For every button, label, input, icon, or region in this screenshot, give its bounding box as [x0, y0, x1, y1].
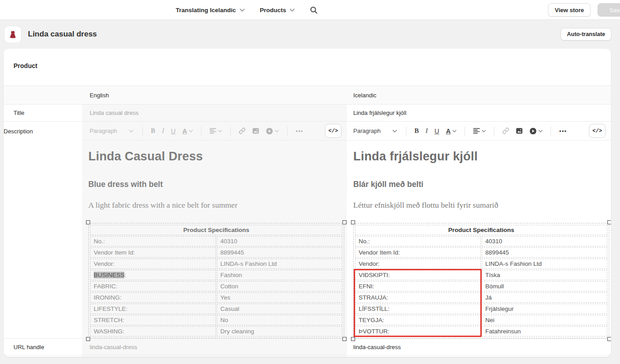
alignment-button[interactable] — [208, 127, 224, 135]
table-resize-handle[interactable] — [351, 337, 355, 341]
spec-label-cell: LIFESTYLE: — [90, 304, 216, 314]
table-resize-handle[interactable] — [342, 337, 346, 341]
spec-row: Vendor Item Id:8899445 — [355, 247, 607, 258]
spec-title-row: Product Specifications — [355, 225, 607, 235]
language-selector[interactable]: Translating Icelandic — [176, 7, 245, 14]
spec-label-cell[interactable]: EFNI: — [355, 281, 481, 291]
spec-label-cell[interactable]: Vendor: — [355, 259, 481, 269]
spec-row: No.:40310 — [355, 236, 607, 246]
link-icon — [502, 127, 509, 134]
underline-button[interactable]: U — [433, 127, 441, 136]
spec-row: IRONING:Yes — [90, 292, 342, 303]
icelandic-description-content[interactable]: Linda frjálslegur kjóll Blár kjóll með b… — [347, 141, 611, 338]
spec-label-cell[interactable]: ÞVOTTUR: — [355, 326, 481, 337]
text-color-button[interactable]: A — [181, 127, 195, 136]
spec-row: WASHING:Dry cleaning — [90, 326, 342, 337]
more-options-button[interactable]: ••• — [557, 127, 569, 135]
paragraph-style-select[interactable]: Paragraph — [90, 127, 133, 134]
auto-translate-button[interactable]: Auto-translate — [561, 28, 611, 41]
table-resize-handle[interactable] — [86, 337, 90, 341]
chevron-down-icon — [290, 9, 295, 12]
align-left-icon — [210, 128, 216, 134]
spec-table-title[interactable]: Product Specifications — [355, 225, 607, 235]
spec-label-cell[interactable]: LÍFSSTÍLL: — [355, 304, 481, 314]
spec-value-cell[interactable]: LINDA-s Fashion Ltd — [482, 259, 607, 269]
code-view-button[interactable]: </> — [589, 124, 606, 138]
code-view-button[interactable]: </> — [325, 124, 342, 138]
spec-value-cell: No — [217, 315, 342, 325]
video-button[interactable] — [528, 127, 544, 136]
chevron-down-icon — [482, 130, 486, 132]
more-options-button[interactable]: ••• — [294, 127, 305, 135]
resource-selector[interactable]: Products — [260, 7, 295, 14]
page-title: Linda casual dress — [28, 30, 97, 39]
text-color-label: A — [182, 127, 187, 135]
title-icelandic-input[interactable]: Linda frjálslegur kjóll — [347, 105, 611, 121]
spec-value-cell: Casual — [217, 304, 342, 314]
table-resize-handle[interactable] — [342, 220, 346, 224]
bold-button[interactable]: B — [149, 126, 157, 136]
icelandic-description-editor: Paragraph B I U A — [347, 122, 611, 338]
chevron-down-icon — [129, 130, 133, 132]
table-resize-handle[interactable] — [607, 220, 611, 224]
chevron-down-icon — [189, 130, 193, 132]
selected-text: BUSINESS — [94, 272, 124, 278]
spec-value-cell[interactable]: 8899445 — [482, 247, 607, 258]
alignment-button[interactable] — [471, 127, 488, 135]
spec-label-cell[interactable]: No.: — [355, 236, 481, 246]
video-button[interactable] — [264, 127, 281, 136]
paragraph-style-select[interactable]: Paragraph — [353, 127, 397, 134]
view-store-button[interactable]: View store — [548, 3, 591, 17]
toolbar-divider — [494, 127, 494, 136]
spec-label-cell[interactable]: Vendor Item Id: — [355, 247, 481, 258]
table-resize-handle[interactable] — [607, 337, 611, 341]
search-icon[interactable] — [310, 6, 318, 14]
toolbar-divider — [465, 127, 465, 136]
save-button[interactable]: Save — [597, 3, 620, 17]
spec-row: BUSINESS:Fashion — [90, 270, 342, 280]
link-button[interactable] — [237, 127, 247, 135]
resource-selector-label: Products — [260, 7, 287, 14]
chevron-down-icon — [452, 130, 456, 132]
url-handle-icelandic-input[interactable]: linda-casual-dress — [347, 339, 611, 355]
description-heading[interactable]: Linda frjálslegur kjóll — [353, 150, 609, 164]
image-button[interactable] — [514, 127, 524, 135]
spec-value-cell[interactable]: Bómull — [482, 281, 607, 291]
link-button[interactable] — [501, 127, 511, 135]
underline-button[interactable]: U — [169, 127, 177, 136]
spec-value-cell[interactable]: Já — [482, 292, 607, 303]
spec-label-cell[interactable]: TEYGJA: — [355, 315, 481, 325]
spec-value-cell[interactable]: Tíska — [482, 270, 607, 280]
spec-value-cell: LINDA-s Fashion Ltd — [217, 259, 342, 269]
text-color-button[interactable]: A — [444, 127, 458, 136]
chevron-down-icon — [392, 130, 397, 132]
italic-button[interactable]: I — [160, 126, 166, 136]
english-spec-wrapper: Product Specifications No.:40310Vendor I… — [88, 223, 344, 338]
bold-button[interactable]: B — [413, 126, 421, 136]
table-resize-handle[interactable] — [351, 220, 355, 224]
description-paragraph[interactable]: Léttur efniskjóll með flottu belti fyrir… — [353, 200, 609, 210]
toolbar-divider — [287, 127, 287, 136]
table-resize-handle[interactable] — [86, 220, 90, 224]
spec-label-cell: Vendor: — [90, 259, 216, 269]
description-subheading[interactable]: Blár kjóll með belti — [353, 180, 609, 189]
description-row-label: Description — [4, 122, 82, 338]
spec-label-cell[interactable]: VIÐSKIPTI: — [355, 270, 481, 280]
english-editor-toolbar: Paragraph B I U A — [82, 122, 347, 141]
toolbar-divider — [406, 127, 406, 136]
language-selector-label: Translating Icelandic — [176, 7, 236, 14]
spec-row: LIFESTYLE:Casual — [90, 304, 342, 314]
product-type-icelandic-input[interactable]: FATNAÐUR — [347, 355, 611, 357]
spec-label-cell[interactable]: STRAUJA: — [355, 292, 481, 303]
chevron-down-icon — [218, 130, 222, 132]
spec-value-cell[interactable]: 40310 — [482, 236, 607, 246]
spec-value-cell[interactable]: Frjálslegur — [482, 304, 607, 314]
image-button[interactable] — [251, 127, 261, 135]
spec-value-cell[interactable]: Fatahreinsun — [482, 326, 607, 337]
italic-button[interactable]: I — [424, 126, 429, 136]
column-header-row: English Icelandic — [4, 86, 611, 105]
section-title: Product — [4, 49, 611, 86]
spec-row: Vendor:LINDA-s Fashion Ltd — [355, 259, 607, 269]
english-spec-table: Product Specifications No.:40310Vendor I… — [89, 224, 343, 337]
spec-value-cell[interactable]: Nei — [482, 315, 607, 325]
